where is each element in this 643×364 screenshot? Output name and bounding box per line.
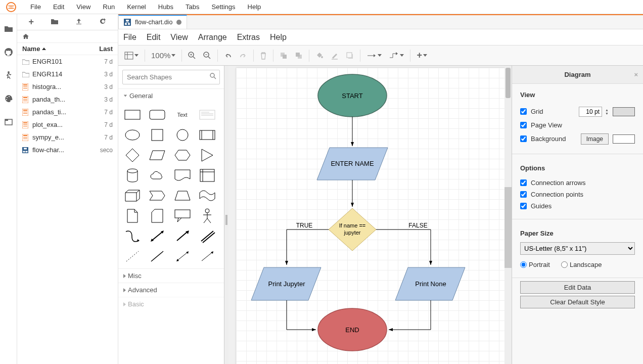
shape-textbox[interactable]	[198, 108, 216, 122]
section-advanced[interactable]: Advanced	[118, 283, 224, 297]
pageview-checkbox[interactable]: Page View	[520, 119, 635, 131]
shape-diamond[interactable]	[123, 148, 142, 162]
shape-step[interactable]	[148, 189, 166, 203]
file-row[interactable]: sympy_e...7 d	[17, 131, 118, 144]
shape-curve[interactable]	[123, 229, 142, 243]
view-dropdown[interactable]	[121, 49, 142, 62]
grid-color-swatch[interactable]	[613, 107, 635, 116]
file-row[interactable]: ENGR1017 d	[17, 55, 118, 68]
shape-callout[interactable]	[173, 209, 192, 223]
shape-cube[interactable]	[123, 189, 142, 203]
tab-flowchart[interactable]: flow-chart.dio	[118, 15, 187, 29]
shape-line[interactable]	[148, 249, 166, 263]
menu-tabs[interactable]: Tabs	[179, 1, 205, 13]
tabs-icon[interactable]	[4, 117, 13, 126]
dio-menu-help[interactable]: Help	[270, 33, 287, 42]
dio-menu-file[interactable]: File	[123, 33, 136, 42]
shape-bidir-thin[interactable]	[173, 249, 192, 263]
refresh-icon[interactable]	[99, 18, 106, 26]
shape-rounded-rect[interactable]	[148, 108, 166, 122]
shape-hexagon[interactable]	[173, 148, 192, 162]
github-icon[interactable]	[4, 48, 13, 57]
shape-dir-thin[interactable]	[198, 249, 216, 263]
running-icon[interactable]	[4, 71, 13, 80]
shape-tape[interactable]	[198, 189, 216, 203]
palette-icon[interactable]	[4, 94, 13, 103]
canvas-area[interactable]: START ENTER NAME If name == jupyter	[228, 66, 512, 364]
section-general[interactable]: General	[118, 88, 224, 103]
grid-size-input[interactable]	[579, 107, 602, 117]
shape-dashed[interactable]	[123, 249, 142, 263]
shape-trapezoid[interactable]	[173, 189, 192, 203]
dio-menu-view[interactable]: View	[170, 33, 188, 42]
shape-square[interactable]	[148, 128, 166, 142]
shape-internal-storage[interactable]	[198, 168, 216, 183]
to-front-icon[interactable]	[277, 50, 291, 62]
canvas-scrollbar[interactable]	[504, 66, 512, 364]
waypoint-icon[interactable]	[386, 50, 407, 61]
conn-points-checkbox[interactable]: Connection points	[520, 189, 635, 200]
shape-text[interactable]: Text	[173, 108, 192, 122]
to-back-icon[interactable]	[292, 50, 306, 62]
zoom-in-icon[interactable]	[185, 50, 199, 62]
new-folder-icon[interactable]	[51, 18, 59, 26]
file-row[interactable]: panda_th...3 d	[17, 93, 118, 106]
menu-hubs[interactable]: Hubs	[152, 1, 179, 13]
file-row[interactable]: histogra...3 d	[17, 80, 118, 93]
fill-color-icon[interactable]	[312, 50, 327, 62]
search-icon[interactable]	[210, 73, 217, 81]
upload-icon[interactable]	[75, 18, 82, 26]
file-row[interactable]: pandas_ti...7 d	[17, 106, 118, 118]
menu-settings[interactable]: Settings	[206, 1, 242, 13]
file-list-header[interactable]: Name Last	[17, 42, 118, 55]
new-launcher-icon[interactable]: +	[29, 17, 34, 27]
background-color-swatch[interactable]	[613, 134, 635, 144]
zoom-out-icon[interactable]	[200, 50, 214, 62]
shape-cloud[interactable]	[148, 168, 166, 183]
section-basic[interactable]: Basic	[118, 297, 224, 311]
dio-menu-extras[interactable]: Extras	[237, 33, 260, 42]
shape-actor[interactable]	[198, 209, 216, 223]
file-row[interactable]: ENGR1143 d	[17, 68, 118, 80]
menu-kernel[interactable]: Kernel	[121, 1, 152, 13]
grid-checkbox[interactable]: Grid	[520, 106, 543, 117]
clear-style-button[interactable]: Clear Default Style	[520, 296, 635, 308]
redo-icon[interactable]	[236, 50, 250, 62]
insert-icon[interactable]: +	[414, 48, 430, 63]
shape-parallelogram[interactable]	[148, 148, 166, 162]
shape-card[interactable]	[148, 209, 166, 223]
close-icon[interactable]: ×	[634, 71, 638, 78]
breadcrumb[interactable]	[17, 30, 118, 42]
shape-rect[interactable]	[123, 108, 142, 122]
shadow-icon[interactable]	[343, 50, 357, 62]
image-button[interactable]: Image	[581, 133, 609, 145]
unsaved-indicator-icon[interactable]	[176, 20, 181, 25]
undo-icon[interactable]	[221, 50, 235, 62]
line-color-icon[interactable]	[328, 50, 342, 62]
conn-arrows-checkbox[interactable]: Connection arrows	[520, 177, 635, 189]
delete-icon[interactable]	[257, 50, 270, 62]
shape-triangle[interactable]	[198, 148, 216, 162]
file-row[interactable]: plot_exa...7 d	[17, 118, 118, 131]
zoom-level[interactable]: 100%	[148, 51, 178, 60]
grid-stepper[interactable]: ▲▼	[605, 108, 609, 115]
menu-view[interactable]: View	[70, 1, 97, 13]
guides-checkbox[interactable]: Guides	[520, 200, 635, 212]
home-icon[interactable]	[22, 33, 29, 40]
shape-cylinder[interactable]	[123, 168, 142, 183]
dio-menu-arrange[interactable]: Arrange	[198, 33, 227, 42]
dio-menu-edit[interactable]: Edit	[147, 33, 161, 42]
sidebar-splitter[interactable]	[224, 66, 228, 364]
name-header[interactable]: Name	[22, 45, 40, 53]
shape-document[interactable]	[173, 168, 192, 183]
folder-icon[interactable]	[4, 24, 13, 33]
canvas[interactable]: START ENTER NAME If name == jupyter	[236, 68, 512, 364]
shape-circle[interactable]	[173, 128, 192, 142]
shape-arrow[interactable]	[173, 229, 192, 243]
edit-data-button[interactable]: Edit Data	[520, 281, 635, 294]
menu-file[interactable]: File	[24, 1, 47, 13]
background-checkbox[interactable]: Background	[520, 133, 566, 145]
menu-help[interactable]: Help	[242, 1, 267, 13]
section-misc[interactable]: Misc	[118, 268, 224, 283]
shape-ellipse[interactable]	[123, 128, 142, 142]
